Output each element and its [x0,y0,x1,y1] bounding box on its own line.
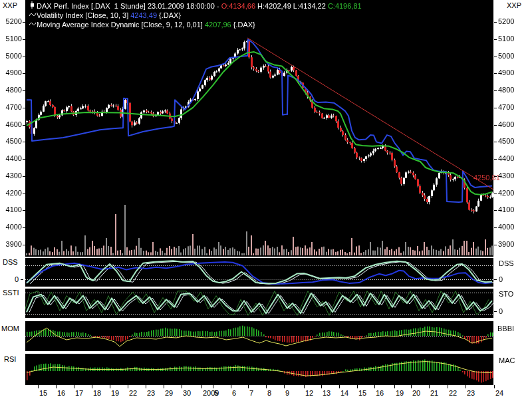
y-axis-tick-label: 5200 [498,17,525,25]
ssti-canvas[interactable] [25,289,493,318]
ssti-panel [25,289,493,318]
y-axis-tick [494,194,497,194]
panel-label-ssti-left: SSTI [3,289,19,297]
mac-canvas[interactable] [25,354,493,385]
x-axis-tick [466,385,466,388]
y-axis-tick [23,125,25,126]
x-axis-tick-label: 6 [232,389,236,397]
y-axis-tick-label: 4600 [498,120,525,128]
y-axis-tick-label: 4000 [0,223,22,231]
y-axis-tick [23,210,25,211]
y-axis-tick-label: 3900 [498,240,525,248]
x-axis-tick [182,385,182,388]
y-axis-tick [494,108,497,108]
x-axis-tick-label: 15 [39,389,47,397]
y-axis-tick [23,90,25,91]
x-axis-tick [266,385,267,388]
y-axis-tick-label: 4800 [0,86,22,94]
x-axis-tick-label: 20 [412,389,420,397]
y-axis-tick [494,176,497,177]
y-axis-tick-label: 5100 [0,35,22,43]
x-axis-tick [128,385,128,388]
y-axis-tick-label: 4900 [498,68,525,76]
y-axis-tick-label: 4100 [0,205,22,213]
y-axis-tick [23,142,25,142]
y-axis-tick-label: 5000 [498,52,525,60]
y-axis-tick [494,22,497,23]
y-axis-tick-label: 4300 [498,172,525,180]
y-axis-tick-label: 4100 [498,205,525,213]
y-axis-tick [23,108,25,108]
x-axis-tick [248,385,249,388]
y-axis-tick-label: 4200 [0,189,22,197]
x-axis-tick [38,385,39,388]
x-axis-tick-label: 5 [214,389,218,397]
y-axis-tick [494,39,497,40]
x-axis-tick-label: 7 [249,389,253,397]
y-axis-tick-label: 4600 [0,120,22,128]
x-axis-tick [231,385,231,388]
x-axis-tick-label: 16 [376,389,384,397]
y-axis-tick-label: 4200 [498,189,525,197]
x-axis-tick [74,385,74,388]
y-axis-tick-label: 4700 [0,103,22,111]
trendline-price-label: 4250,81 [473,174,500,182]
y-axis-tick-label: 4500 [498,137,525,145]
x-axis-tick [146,385,146,388]
x-axis-tick [394,385,395,388]
y-axis-tick [494,159,497,160]
x-axis-tick-label: 22 [449,389,457,397]
price-chart-canvas[interactable] [25,0,493,257]
panel-label-mac-right: MAC [499,356,515,364]
x-axis-tick-label: 18 [93,389,101,397]
x-axis-tick-label: 9 [285,389,289,397]
x-axis-tick [284,385,285,388]
dss-zero-left-tick [21,279,23,280]
x-axis-tick [429,385,430,388]
sto-zero-right-tick [494,311,497,312]
y-axis-tick-label: 5100 [498,35,525,43]
x-axis-tick-label: 19 [396,389,404,397]
x-axis-tick-label: 12 [305,389,313,397]
y-axis-tick [23,39,25,40]
y-axis-tick-label: 5000 [0,52,22,60]
left-axis-title: XXP [3,1,17,9]
x-axis-tick-label: 24 [495,389,503,397]
y-axis-tick-label: 4300 [0,172,22,180]
dss-canvas[interactable] [25,258,493,287]
x-axis-tick-label: 19 [111,389,119,397]
chart-window: XXP XXP DAX Perf. Index [.DAX 1 Stunde] … [0,0,532,399]
panel-label-rsi-left: RSI [4,355,16,363]
x-axis-tick [321,385,322,388]
x-axis-tick [56,385,57,388]
y-axis-tick-label: 4700 [498,103,525,111]
dss-panel [25,258,493,287]
y-axis-tick [23,194,25,194]
panel-label-dss-right: DSS [499,259,514,267]
dss-zero-right-tick [494,279,497,280]
x-axis-tick [411,385,412,388]
panel-label-bbbi-right: BBBI [497,325,514,332]
y-axis-tick [494,90,497,91]
x-axis-tick-label: 17 [75,389,83,397]
x-axis-tick [213,385,213,388]
y-axis-tick [23,227,25,228]
x-axis-tick-label: 29 [165,389,173,397]
x-axis-tick-label: 8 [267,389,271,397]
mom-canvas[interactable] [25,321,493,351]
dss-zero-left: 0 [15,275,19,283]
y-axis-tick [494,73,497,74]
y-axis-tick [494,142,497,142]
mom-panel [25,321,493,351]
x-axis-tick [164,385,164,388]
x-axis-tick [339,385,340,388]
x-axis-tick [110,385,110,388]
sto-zero-right: 0 [499,307,503,315]
x-axis-tick-label: 13 [323,389,331,397]
y-axis-tick [23,176,25,177]
x-axis-tick-label: 14 [340,389,348,397]
mac-panel [25,354,493,385]
x-axis-tick [304,385,305,388]
y-axis-tick [494,210,497,211]
dss-zero-right: 0 [499,275,503,283]
